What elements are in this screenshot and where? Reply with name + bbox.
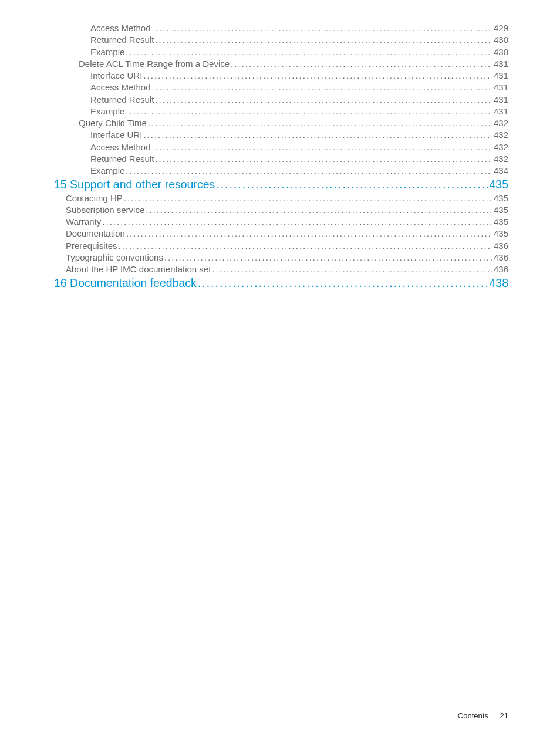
toc-entry-title: About the HP IMC documentation set [66,264,211,275]
toc-leader-dots [102,216,492,228]
toc-entry-row[interactable]: Access Method432 [54,141,508,153]
toc-entry-title: Prerequisites [66,240,117,252]
toc-entry-row[interactable]: About the HP IMC documentation set436 [54,264,508,275]
toc-leader-dots [216,177,488,192]
toc-entry-page: 435 [494,228,508,239]
toc-entry-title: Returned Result [90,153,154,165]
toc-entry-title: Documentation [66,228,125,239]
toc-leader-dots [155,153,492,165]
toc-entry-row[interactable]: Access Method431 [54,82,508,93]
toc-entry-row[interactable]: Access Method429 [54,22,508,34]
toc-entry-title: Returned Result [90,34,154,46]
toc-leader-dots [126,106,492,117]
toc-leader-dots [212,264,492,275]
toc-entry-page: 431 [494,106,508,117]
toc-leader-dots [146,204,492,216]
toc-entry-page: 430 [494,34,508,46]
toc-entry-row[interactable]: Returned Result430 [54,34,508,46]
toc-entry-title: 16 Documentation feedback [54,275,197,291]
toc-entry-row[interactable]: Interface URI432 [54,129,508,141]
toc-entry-page: 432 [494,129,508,141]
toc-leader-dots [126,46,492,58]
toc-entry-page: 431 [494,94,508,106]
toc-leader-dots [152,141,492,153]
toc-leader-dots [126,165,492,177]
toc-entry-row[interactable]: Prerequisites436 [54,240,508,252]
toc-entry-title: Interface URI [90,70,142,82]
toc-entry-title: Typographic conventions [66,252,163,264]
toc-leader-dots [143,70,492,82]
toc-entry-title: Query Child Time [79,117,147,129]
toc-entry-row[interactable]: Returned Result432 [54,153,508,165]
toc-entry-title: Delete ACL Time Range from a Device [79,58,230,70]
toc-entry-row[interactable]: Example430 [54,46,508,58]
toc-entry-page: 434 [494,165,508,177]
toc-entry-page: 430 [494,46,508,58]
toc-entry-row[interactable]: Subscription service435 [54,204,508,216]
toc-entry-row[interactable]: Typographic conventions436 [54,252,508,264]
toc-chapter-row[interactable]: 16 Documentation feedback438 [54,275,508,291]
toc-entry-title: Example [90,46,124,58]
toc-entry-row[interactable]: Query Child Time432 [54,117,508,129]
toc-entry-row[interactable]: Example434 [54,165,508,177]
toc-leader-dots [155,34,492,46]
toc-entry-page: 435 [494,204,508,216]
toc-leader-dots [143,129,492,141]
toc-leader-dots [119,240,492,252]
toc-entry-title: Warranty [66,216,101,228]
toc-leader-dots [148,117,492,129]
toc-leader-dots [124,193,492,204]
toc-entry-title: Contacting HP [66,193,123,204]
toc-entry-row[interactable]: Delete ACL Time Range from a Device431 [54,58,508,70]
toc-entry-title: Example [90,106,124,117]
toc-entry-row[interactable]: Returned Result431 [54,94,508,106]
toc-entry-title: Access Method [90,141,151,153]
toc-entry-page: 429 [494,22,508,34]
footer-label: Contents [458,711,488,720]
toc-entry-page: 431 [494,58,508,70]
toc-entry-title: Returned Result [90,94,154,106]
toc-entry-title: Access Method [90,22,151,34]
toc-entry-page: 432 [494,153,508,165]
page-footer: Contents 21 [458,711,508,720]
toc-entry-page: 435 [489,177,508,192]
toc-entry-title: 15 Support and other resources [54,177,215,192]
toc-entry-page: 435 [494,216,508,228]
toc-leader-dots [164,252,492,264]
toc-entry-title: Interface URI [90,129,142,141]
toc-entry-title: Example [90,165,124,177]
toc-leader-dots [231,58,492,70]
toc-entry-page: 431 [494,70,508,82]
toc-leader-dots [198,275,488,291]
toc-entry-row[interactable]: Interface URI431 [54,70,508,82]
toc-entry-page: 432 [494,117,508,129]
toc-entry-row[interactable]: Example431 [54,106,508,117]
toc-entry-page: 435 [494,193,508,204]
toc-entry-row[interactable]: Warranty435 [54,216,508,228]
footer-page-number: 21 [500,711,508,720]
table-of-contents: Access Method429Returned Result430Exampl… [54,22,508,291]
toc-entry-row[interactable]: Contacting HP435 [54,193,508,204]
toc-entry-page: 431 [494,82,508,93]
toc-leader-dots [152,22,492,34]
toc-leader-dots [155,94,492,106]
toc-entry-page: 438 [489,275,508,291]
toc-entry-row[interactable]: Documentation435 [54,228,508,239]
toc-entry-page: 436 [494,264,508,275]
toc-entry-page: 432 [494,141,508,153]
toc-entry-title: Access Method [90,82,151,93]
toc-chapter-row[interactable]: 15 Support and other resources435 [54,177,508,192]
toc-entry-title: Subscription service [66,204,144,216]
toc-entry-page: 436 [494,240,508,252]
toc-leader-dots [152,82,492,93]
toc-leader-dots [126,228,492,239]
document-page: Access Method429Returned Result430Exampl… [0,0,560,291]
toc-entry-page: 436 [494,252,508,264]
